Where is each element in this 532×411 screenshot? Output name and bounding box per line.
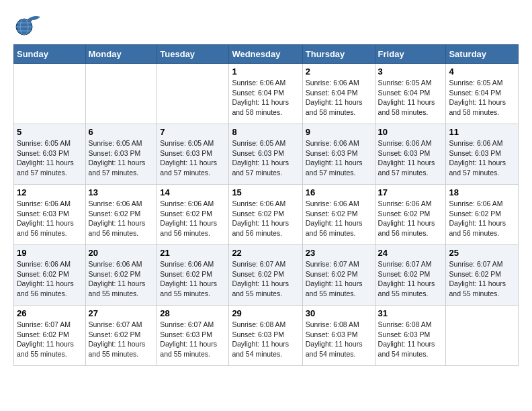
weekday-header: Monday — [85, 45, 157, 64]
day-number: 29 — [232, 308, 299, 318]
logo — [13, 13, 46, 38]
calendar-cell: 4Sunrise: 6:05 AM Sunset: 6:04 PM Daylig… — [446, 64, 519, 124]
day-number: 20 — [89, 248, 154, 258]
weekday-header: Friday — [375, 45, 446, 64]
calendar-cell: 8Sunrise: 6:05 AM Sunset: 6:03 PM Daylig… — [229, 124, 302, 185]
weekday-header: Tuesday — [157, 45, 229, 64]
day-info: Sunrise: 6:06 AM Sunset: 6:02 PM Dayligh… — [160, 259, 226, 299]
day-number: 14 — [160, 187, 226, 197]
day-number: 4 — [449, 66, 515, 77]
calendar-cell: 22Sunrise: 6:07 AM Sunset: 6:02 PM Dayli… — [229, 245, 302, 306]
calendar-cell: 19Sunrise: 6:06 AM Sunset: 6:02 PM Dayli… — [14, 245, 86, 306]
day-number: 28 — [160, 308, 226, 318]
page-header — [13, 13, 519, 38]
day-number: 7 — [160, 127, 226, 137]
day-info: Sunrise: 6:06 AM Sunset: 6:02 PM Dayligh… — [232, 199, 299, 238]
calendar-cell — [85, 64, 157, 124]
calendar-cell: 30Sunrise: 6:08 AM Sunset: 6:03 PM Dayli… — [302, 306, 375, 366]
calendar-cell: 21Sunrise: 6:06 AM Sunset: 6:02 PM Dayli… — [157, 245, 229, 306]
day-number: 18 — [449, 187, 515, 197]
day-info: Sunrise: 6:08 AM Sunset: 6:03 PM Dayligh… — [306, 320, 372, 359]
calendar-cell: 5Sunrise: 6:05 AM Sunset: 6:03 PM Daylig… — [14, 124, 86, 185]
calendar-cell: 17Sunrise: 6:06 AM Sunset: 6:02 PM Dayli… — [375, 185, 446, 245]
day-info: Sunrise: 6:07 AM Sunset: 6:02 PM Dayligh… — [378, 259, 443, 299]
calendar-cell: 11Sunrise: 6:06 AM Sunset: 6:03 PM Dayli… — [446, 124, 519, 185]
day-number: 6 — [89, 127, 154, 137]
calendar-cell: 9Sunrise: 6:06 AM Sunset: 6:03 PM Daylig… — [302, 124, 375, 185]
day-info: Sunrise: 6:06 AM Sunset: 6:03 PM Dayligh… — [449, 138, 515, 178]
day-number: 11 — [449, 127, 515, 137]
calendar-cell: 2Sunrise: 6:06 AM Sunset: 6:04 PM Daylig… — [302, 64, 375, 124]
day-info: Sunrise: 6:07 AM Sunset: 6:02 PM Dayligh… — [306, 259, 372, 299]
calendar-cell — [157, 64, 229, 124]
day-number: 17 — [378, 187, 443, 197]
day-info: Sunrise: 6:07 AM Sunset: 6:02 PM Dayligh… — [449, 259, 515, 299]
calendar-cell: 26Sunrise: 6:07 AM Sunset: 6:02 PM Dayli… — [14, 306, 86, 366]
weekday-header: Sunday — [14, 45, 86, 64]
calendar-week-row: 1Sunrise: 6:06 AM Sunset: 6:04 PM Daylig… — [14, 64, 519, 124]
day-number: 25 — [449, 248, 515, 258]
day-info: Sunrise: 6:07 AM Sunset: 6:02 PM Dayligh… — [17, 320, 83, 359]
calendar-cell: 16Sunrise: 6:06 AM Sunset: 6:02 PM Dayli… — [302, 185, 375, 245]
day-info: Sunrise: 6:06 AM Sunset: 6:04 PM Dayligh… — [306, 78, 372, 118]
calendar-header: SundayMondayTuesdayWednesdayThursdayFrid… — [14, 45, 519, 64]
calendar-cell: 28Sunrise: 6:07 AM Sunset: 6:03 PM Dayli… — [157, 306, 229, 366]
day-info: Sunrise: 6:06 AM Sunset: 6:03 PM Dayligh… — [306, 138, 372, 178]
day-number: 31 — [378, 308, 443, 318]
calendar-cell: 27Sunrise: 6:07 AM Sunset: 6:02 PM Dayli… — [85, 306, 157, 366]
calendar-cell: 7Sunrise: 6:05 AM Sunset: 6:03 PM Daylig… — [157, 124, 229, 185]
day-number: 23 — [306, 248, 372, 258]
calendar-cell — [14, 64, 86, 124]
day-info: Sunrise: 6:05 AM Sunset: 6:03 PM Dayligh… — [17, 138, 83, 178]
weekday-header: Wednesday — [229, 45, 302, 64]
day-info: Sunrise: 6:07 AM Sunset: 6:02 PM Dayligh… — [232, 259, 299, 299]
day-info: Sunrise: 6:06 AM Sunset: 6:02 PM Dayligh… — [160, 199, 226, 238]
calendar-week-row: 26Sunrise: 6:07 AM Sunset: 6:02 PM Dayli… — [14, 306, 519, 366]
calendar-body: 1Sunrise: 6:06 AM Sunset: 6:04 PM Daylig… — [14, 64, 519, 366]
day-info: Sunrise: 6:06 AM Sunset: 6:02 PM Dayligh… — [17, 259, 83, 299]
day-number: 21 — [160, 248, 226, 258]
calendar-cell: 24Sunrise: 6:07 AM Sunset: 6:02 PM Dayli… — [375, 245, 446, 306]
calendar-cell: 20Sunrise: 6:06 AM Sunset: 6:02 PM Dayli… — [85, 245, 157, 306]
day-number: 24 — [378, 248, 443, 258]
day-number: 3 — [378, 66, 443, 77]
day-number: 12 — [17, 187, 83, 197]
day-info: Sunrise: 6:06 AM Sunset: 6:04 PM Dayligh… — [232, 78, 299, 118]
day-info: Sunrise: 6:05 AM Sunset: 6:04 PM Dayligh… — [378, 78, 443, 118]
calendar-cell: 6Sunrise: 6:05 AM Sunset: 6:03 PM Daylig… — [85, 124, 157, 185]
day-number: 22 — [232, 248, 299, 258]
day-number: 27 — [89, 308, 154, 318]
day-number: 13 — [89, 187, 154, 197]
day-number: 26 — [17, 308, 83, 318]
calendar-cell: 25Sunrise: 6:07 AM Sunset: 6:02 PM Dayli… — [446, 245, 519, 306]
day-info: Sunrise: 6:07 AM Sunset: 6:02 PM Dayligh… — [89, 320, 154, 359]
day-number: 5 — [17, 127, 83, 137]
day-info: Sunrise: 6:06 AM Sunset: 6:02 PM Dayligh… — [449, 199, 515, 238]
day-number: 9 — [306, 127, 372, 137]
day-number: 15 — [232, 187, 299, 197]
calendar-cell: 3Sunrise: 6:05 AM Sunset: 6:04 PM Daylig… — [375, 64, 446, 124]
day-info: Sunrise: 6:06 AM Sunset: 6:02 PM Dayligh… — [89, 199, 154, 238]
calendar-table: SundayMondayTuesdayWednesdayThursdayFrid… — [13, 44, 519, 366]
calendar-cell: 1Sunrise: 6:06 AM Sunset: 6:04 PM Daylig… — [229, 64, 302, 124]
weekday-header: Thursday — [302, 45, 375, 64]
day-info: Sunrise: 6:05 AM Sunset: 6:03 PM Dayligh… — [232, 138, 299, 178]
day-info: Sunrise: 6:06 AM Sunset: 6:03 PM Dayligh… — [378, 138, 443, 178]
day-info: Sunrise: 6:08 AM Sunset: 6:03 PM Dayligh… — [378, 320, 443, 359]
calendar-cell: 13Sunrise: 6:06 AM Sunset: 6:02 PM Dayli… — [85, 185, 157, 245]
day-info: Sunrise: 6:06 AM Sunset: 6:02 PM Dayligh… — [306, 199, 372, 238]
day-info: Sunrise: 6:05 AM Sunset: 6:03 PM Dayligh… — [89, 138, 154, 178]
calendar-cell: 31Sunrise: 6:08 AM Sunset: 6:03 PM Dayli… — [375, 306, 446, 366]
day-number: 1 — [232, 66, 299, 77]
day-info: Sunrise: 6:05 AM Sunset: 6:03 PM Dayligh… — [160, 138, 226, 178]
weekday-header: Saturday — [446, 45, 519, 64]
calendar-cell: 12Sunrise: 6:06 AM Sunset: 6:03 PM Dayli… — [14, 185, 86, 245]
day-number: 30 — [306, 308, 372, 318]
calendar-cell: 29Sunrise: 6:08 AM Sunset: 6:03 PM Dayli… — [229, 306, 302, 366]
calendar-cell: 18Sunrise: 6:06 AM Sunset: 6:02 PM Dayli… — [446, 185, 519, 245]
day-info: Sunrise: 6:07 AM Sunset: 6:03 PM Dayligh… — [160, 320, 226, 359]
day-info: Sunrise: 6:08 AM Sunset: 6:03 PM Dayligh… — [232, 320, 299, 359]
day-number: 19 — [17, 248, 83, 258]
day-number: 8 — [232, 127, 299, 137]
day-number: 10 — [378, 127, 443, 137]
